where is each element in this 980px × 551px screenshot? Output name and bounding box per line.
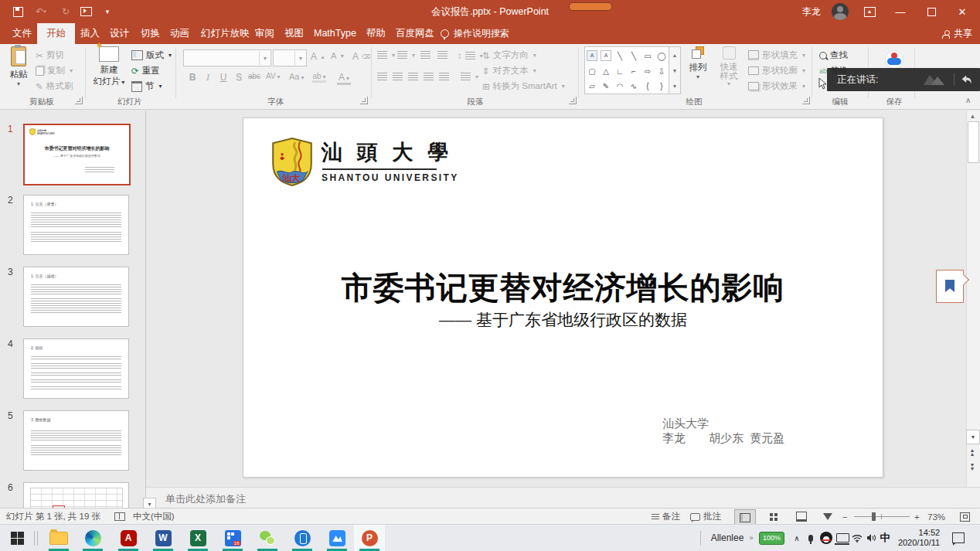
right-brace-shape-icon[interactable]: } <box>660 82 662 90</box>
character-spacing-button[interactable]: AV <box>266 72 280 80</box>
ime-indicator[interactable]: 中 <box>878 525 892 551</box>
calendar-app-button[interactable] <box>217 525 248 551</box>
scrollbar-thumb[interactable] <box>968 121 979 163</box>
triangle-shape-icon[interactable]: △ <box>603 67 609 76</box>
textbox-shape-icon[interactable]: A <box>587 50 597 61</box>
shapes-gallery[interactable]: A A ╲ ╲ ▭ ◯ ▢ △ ∟ ⌐ ⇨ ⇩ ▱ ✎ ◠ ∿ { } <box>584 46 669 94</box>
format-painter-button[interactable]: ✎ 格式刷 <box>36 80 73 92</box>
italic-button[interactable]: I <box>201 72 215 83</box>
scroll-down-button[interactable]: ▼ <box>966 430 980 444</box>
zoom-in-button[interactable]: + <box>914 508 920 525</box>
collapse-ribbon-button[interactable]: ∧ <box>965 96 971 104</box>
tab-home[interactable]: 开始 <box>37 23 75 44</box>
minimize-button[interactable]: — <box>890 0 910 23</box>
qq-tray-button[interactable] <box>819 525 833 551</box>
edge-browser-button[interactable] <box>77 525 108 551</box>
right-arrow-shape-icon[interactable]: ⇨ <box>645 67 651 76</box>
device-tray-button[interactable] <box>835 525 850 551</box>
microphone-tray-button[interactable] <box>805 525 816 551</box>
font-color-button[interactable]: A <box>337 72 351 85</box>
wifi-tray-button[interactable] <box>850 525 864 551</box>
clipboard-dialog-launcher[interactable] <box>75 97 83 104</box>
phone-app-button[interactable] <box>287 525 318 551</box>
down-arrow-shape-icon[interactable]: ⇩ <box>658 67 665 76</box>
line-shape-icon[interactable]: ╲ <box>618 52 622 60</box>
slide-counter[interactable]: 幻灯片 第 1 张, 共 19 张 <box>6 508 100 525</box>
normal-view-button[interactable] <box>734 509 756 525</box>
layout-button[interactable]: 版式 <box>131 49 172 61</box>
bullets-button[interactable] <box>377 51 395 59</box>
university-logo[interactable]: 汕大 汕 頭 大 學 SHANTOU UNIVERSITY <box>271 137 459 186</box>
tab-file[interactable]: 文件 <box>3 23 41 44</box>
shape-effects-button[interactable]: 形状效果 <box>748 80 805 92</box>
slideshow-view-button[interactable] <box>818 509 838 524</box>
drawing-dialog-launcher[interactable] <box>802 97 810 104</box>
slide-1-canvas[interactable]: 汕大 汕 頭 大 學 SHANTOU UNIVERSITY 市委书记更替对经济增… <box>243 117 883 478</box>
tray-user-label[interactable]: Allenlee <box>706 525 748 551</box>
shape-fill-button[interactable]: 形状填充 <box>748 49 805 61</box>
previous-slide-button[interactable]: ▲▲ <box>966 446 978 459</box>
grow-font-button[interactable]: A▲ <box>311 51 325 62</box>
numbering-button[interactable] <box>397 51 415 59</box>
justify-button[interactable] <box>424 73 434 80</box>
new-slide-button[interactable]: 新建 幻灯片 <box>91 46 127 87</box>
section-button[interactable]: 节 <box>131 80 162 92</box>
bold-button[interactable]: B <box>185 72 199 83</box>
vertical-textbox-shape-icon[interactable]: A <box>601 50 611 61</box>
hidden-icons-chevron[interactable]: ∧ <box>791 525 802 551</box>
zoom-level[interactable]: 73% <box>927 508 945 525</box>
slide-authors-text[interactable]: 汕头大学李龙 胡少东 黄元盈 <box>662 416 784 445</box>
volume-tray-button[interactable] <box>864 525 878 551</box>
tell-me-search[interactable]: 操作说明搜索 <box>441 23 509 44</box>
ribbon-display-options-button[interactable]: ▴ <box>859 0 880 23</box>
distribute-button[interactable] <box>439 73 449 80</box>
file-explorer-button[interactable] <box>43 525 74 551</box>
text-shadow-button[interactable]: S <box>232 72 246 83</box>
align-center-button[interactable] <box>393 73 403 80</box>
close-button[interactable]: ✕ <box>952 0 972 23</box>
restore-button[interactable] <box>921 0 941 23</box>
oval-shape-icon[interactable]: ◯ <box>657 52 665 60</box>
cut-button[interactable]: ✂ 剪切 <box>36 49 64 61</box>
strikethrough-button[interactable]: abc <box>247 72 261 80</box>
reply-arrow-icon[interactable] <box>961 74 973 85</box>
scroll-up-button[interactable]: ▲ <box>968 113 978 120</box>
zoom-out-button[interactable]: − <box>842 508 848 525</box>
notes-placeholder[interactable]: 单击此处添加备注 <box>165 492 246 506</box>
font-name-combo[interactable]: ▾ <box>183 49 271 66</box>
line-spacing-button[interactable]: ↕ <box>458 51 483 60</box>
fit-slide-button[interactable] <box>960 508 970 525</box>
copy-button[interactable]: 复制 <box>36 65 73 77</box>
battery-indicator[interactable]: 100% <box>759 525 784 551</box>
thumbnail-slide-4[interactable]: 2. 假设 <box>23 338 129 399</box>
gallery-more-icon[interactable]: ▼ <box>672 83 678 89</box>
notes-toggle-button[interactable]: 备注 <box>652 508 680 525</box>
arrange-button[interactable]: 排列 ▾ <box>683 46 713 80</box>
thumbnail-slide-1[interactable]: 汕頭大學SHANTOU UNIV 市委书记更替对经济增长的影响 —— 基于广东省… <box>23 124 131 185</box>
account-user-name[interactable]: 李龙 <box>802 5 821 19</box>
word-button[interactable]: W <box>148 525 179 551</box>
paste-button[interactable]: 粘贴 ▾ <box>6 46 31 87</box>
next-slide-button[interactable]: ▼▼ <box>966 461 978 474</box>
underline-button[interactable]: U <box>216 72 230 83</box>
text-direction-button[interactable]: ⇅ 文字方向 <box>482 49 536 61</box>
clock[interactable]: 14:522020/10/11 <box>895 525 943 551</box>
align-right-button[interactable] <box>408 73 418 80</box>
avatar[interactable] <box>832 3 849 20</box>
gallery-up-icon[interactable]: ▲ <box>672 53 678 58</box>
clear-formatting-button[interactable]: A⌫ <box>352 51 370 62</box>
font-dialog-launcher[interactable] <box>360 97 368 104</box>
quick-styles-button[interactable]: 快速样式 ▾ <box>713 46 745 87</box>
align-text-button[interactable]: ⇕ 对齐文本 <box>482 65 536 77</box>
thumbnail-slide-3[interactable]: 1. 引言（描述） <box>23 267 129 327</box>
increase-indent-button[interactable] <box>437 51 447 59</box>
decrease-indent-button[interactable] <box>420 51 430 59</box>
left-brace-shape-icon[interactable]: { <box>646 82 648 90</box>
elbow-shape-icon[interactable]: ∟ <box>616 67 624 76</box>
bookmark-annotation-tool[interactable] <box>936 270 964 303</box>
rectangle-shape-icon[interactable]: ▭ <box>644 52 651 60</box>
rounded-rect-shape-icon[interactable]: ▢ <box>588 67 595 76</box>
highlight-color-button[interactable]: ab <box>312 72 326 83</box>
slide-title-text[interactable]: 市委书记更替对经济增长的影响 <box>243 267 883 309</box>
spellcheck-indicator[interactable] <box>114 508 125 525</box>
